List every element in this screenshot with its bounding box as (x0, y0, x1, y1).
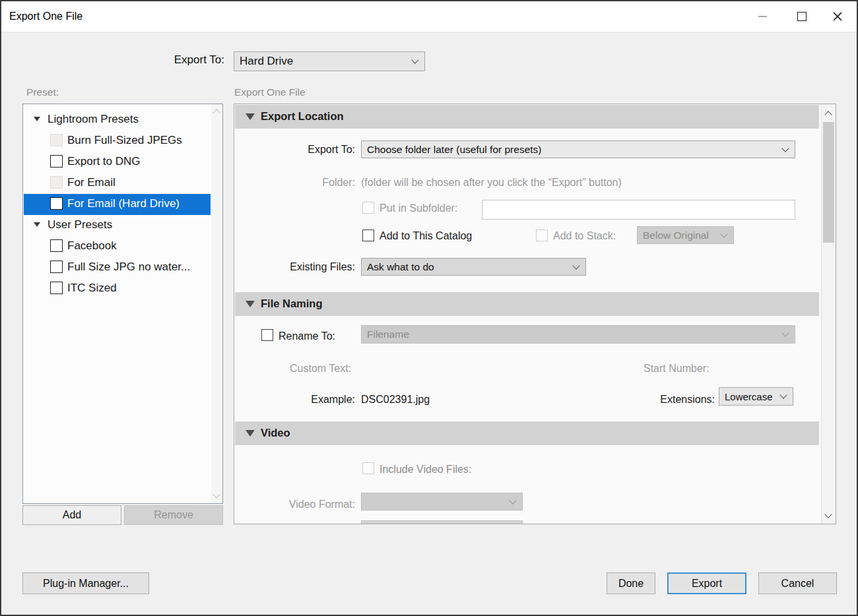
settings-panel-caption: Export One File (234, 86, 306, 98)
video-format-select[interactable] (361, 493, 523, 510)
add-to-stack-label[interactable]: Add to Stack: (553, 230, 616, 242)
title-bar: Export One File (1, 1, 857, 32)
close-button[interactable] (822, 1, 853, 32)
collapse-triangle-icon[interactable] (34, 117, 40, 121)
cancel-button[interactable]: Cancel (758, 572, 837, 594)
section-header-video[interactable]: Video (235, 421, 819, 445)
section-triangle-icon (246, 430, 255, 437)
section-triangle-icon (246, 301, 255, 307)
preset-item-for-email[interactable]: For Email (24, 173, 211, 194)
extensions-select[interactable]: Lowercase (719, 387, 793, 406)
export-to-label: Export To: (107, 53, 224, 67)
settings-panel: Export Location Export To: Choose folder… (234, 104, 836, 524)
done-button[interactable]: Done (607, 572, 655, 594)
export-to-field-label: Export To: (274, 144, 355, 156)
preset-list: Lightroom Presets Burn Full-Sized JPEGs … (22, 104, 223, 504)
preset-list-scrollbar[interactable] (211, 104, 222, 503)
existing-files-label: Existing Files: (271, 261, 355, 273)
scroll-up-icon[interactable] (824, 111, 832, 118)
plugin-manager-button[interactable]: Plug-in Manager... (22, 572, 149, 594)
add-to-catalog-label[interactable]: Add to This Catalog (380, 230, 472, 242)
scroll-down-icon[interactable] (213, 491, 220, 498)
scroll-down-icon[interactable] (824, 510, 832, 518)
example-value: DSC02391.jpg (361, 394, 430, 406)
rename-to-label[interactable]: Rename To: (279, 330, 335, 342)
preset-checkbox[interactable] (50, 155, 63, 168)
rename-template-select[interactable]: Filename (361, 325, 795, 344)
preset-item-full-size-jpg[interactable]: Full Size JPG no water... (24, 257, 211, 278)
chevron-down-icon (781, 144, 789, 152)
preset-group-lightroom[interactable]: Lightroom Presets (24, 109, 211, 131)
add-preset-button[interactable]: Add (22, 505, 121, 525)
preset-item-facebook[interactable]: Facebook (24, 236, 211, 257)
chevron-down-icon (509, 497, 516, 504)
add-to-stack-checkbox[interactable] (536, 230, 548, 241)
subfolder-input[interactable] (482, 200, 795, 220)
remove-preset-button[interactable]: Remove (124, 505, 223, 525)
add-to-catalog-checkbox[interactable] (362, 230, 374, 241)
maximize-button[interactable] (787, 1, 817, 32)
chevron-down-icon (411, 56, 418, 63)
minimize-icon (758, 16, 767, 17)
collapse-triangle-icon[interactable] (34, 222, 40, 227)
preset-checkbox[interactable] (50, 176, 63, 189)
scroll-up-icon[interactable] (213, 109, 220, 116)
chevron-down-icon (779, 391, 787, 398)
scrollbar-thumb[interactable] (823, 122, 834, 243)
export-to-value: Hard Drive (240, 55, 293, 68)
export-dialog: Export One File Export To: Hard Drive Pr… (0, 0, 858, 616)
export-button[interactable]: Export (667, 572, 746, 594)
chevron-down-icon (572, 262, 579, 269)
include-video-checkbox[interactable] (362, 462, 374, 474)
preset-group-user[interactable]: User Presets (24, 215, 211, 236)
preset-caption: Preset: (26, 86, 59, 98)
put-in-subfolder-label[interactable]: Put in Subfolder: (380, 202, 457, 214)
preset-item-export-to-dng[interactable]: Export to DNG (24, 152, 211, 173)
rename-to-checkbox[interactable] (261, 329, 273, 341)
chevron-down-icon (720, 230, 727, 237)
close-icon (832, 11, 843, 22)
preset-item-burn-full-sized-jpegs[interactable]: Burn Full-Sized JPEGs (24, 131, 211, 152)
custom-text-label: Custom Text: (290, 363, 351, 375)
preset-checkbox[interactable] (50, 261, 63, 273)
export-destination-select[interactable]: Choose folder later (useful for presets) (361, 140, 795, 158)
folder-value: (folder will be chosen after you click t… (361, 177, 622, 189)
section-header-export-location[interactable]: Export Location (235, 105, 819, 129)
preset-item-for-email-hard-drive[interactable]: For Email (Hard Drive) (24, 194, 211, 215)
preset-checkbox[interactable] (50, 197, 63, 210)
section-triangle-icon (246, 113, 255, 120)
export-to-select[interactable]: Hard Drive (234, 51, 425, 71)
existing-files-select[interactable]: Ask what to do (361, 258, 586, 276)
preset-checkbox[interactable] (50, 134, 63, 146)
folder-label: Folder: (274, 177, 355, 189)
chevron-down-icon (781, 329, 789, 336)
start-number-label: Start Number: (644, 363, 710, 375)
video-format-label: Video Format: (274, 499, 355, 510)
include-video-label[interactable]: Include Video Files: (380, 464, 471, 476)
put-in-subfolder-checkbox[interactable] (362, 202, 374, 214)
maximize-icon (797, 12, 807, 21)
extensions-label: Extensions: (649, 394, 715, 406)
minimize-button[interactable] (747, 1, 777, 32)
preset-item-itc-sized[interactable]: ITC Sized (24, 278, 211, 299)
window-title: Export One File (9, 11, 82, 22)
preset-checkbox[interactable] (50, 239, 63, 252)
preset-checkbox[interactable] (50, 282, 63, 294)
stack-position-select[interactable]: Below Original (637, 226, 734, 244)
settings-scrollbar[interactable] (821, 104, 836, 524)
video-quality-select-partial (361, 520, 523, 524)
section-header-file-naming[interactable]: File Naming (235, 292, 819, 316)
example-label: Example: (304, 394, 355, 406)
